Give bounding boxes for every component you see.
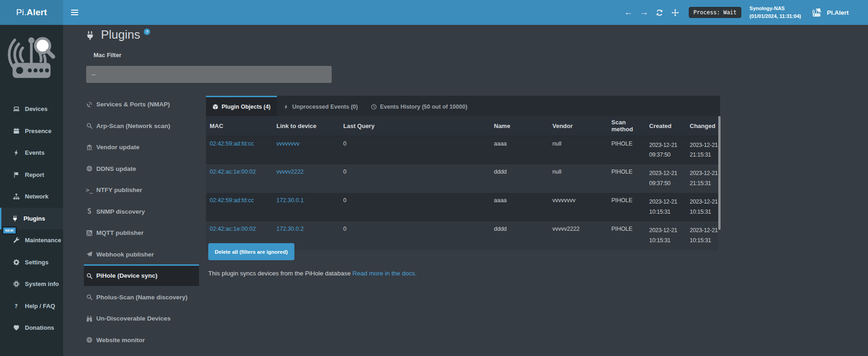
host-name: Synology-NAS [750,5,801,12]
col-header-link: Link to device [273,116,340,136]
pialert-logo-image [5,29,58,88]
mac-link[interactable]: 02:42:ac:1e:00:02 [210,169,256,175]
sidebar-toggle-button[interactable] [64,0,85,25]
plugin-nav-item-ddns[interactable]: DDNS update [84,158,199,179]
plugin-nav-item-vendor-update[interactable]: Vendor update [84,136,199,158]
delete-all-button[interactable]: Delete all (filters are ignored) [208,243,294,260]
plugin-description-text: This plugin syncs devices from the PiHol… [208,270,351,277]
changed-cell: 2023-12-2121:15:31 [686,164,718,193]
mac-link[interactable]: 02:42:59:ad:fd:cc [210,140,254,147]
new-feature-badge: NEW [2,227,17,234]
sidebar-item-system-info[interactable]: System info [0,273,63,295]
plugin-nav-item-mqtt[interactable]: MQTT publisher [84,222,199,243]
plugin-nav-list: Services & Ports (NMAP) Arp-Scan (Networ… [84,93,199,350]
col-header-scan-method: Scan method [608,116,645,136]
tab-plugin-objects[interactable]: Plugin Objects (4) [206,96,277,116]
plugin-nav-item-undiscoverable[interactable]: Un-Discoverable Devices [84,307,199,329]
help-badge[interactable]: ? [144,29,150,35]
plugin-nav-item-website-monitor[interactable]: Website monitor [84,329,199,350]
question-icon: ? [12,302,20,309]
terminal-icon: >_ [86,187,93,194]
clock-icon [371,104,377,110]
sidebar-item-help-faq[interactable]: ? Help / FAQ [0,295,63,317]
sidebar-item-devices[interactable]: Devices [0,98,63,120]
tab-label: Unprocessed Events (0) [292,104,358,110]
mac-link[interactable]: 02:42:59:ad:fd:cc [210,197,254,204]
device-link[interactable]: vvvvv2222 [276,169,304,175]
tab-events-history[interactable]: Events History (50 out of 10000) [364,96,474,116]
plugin-nav-label: PiHole (Device sync) [96,272,158,279]
table-scrollbar[interactable] [718,116,721,230]
sidebar: Devices Presence Events Report Network P… [0,25,63,356]
device-link[interactable]: vvvvvvvv [276,140,299,147]
sidebar-item-report[interactable]: Report [0,164,63,186]
plugin-nav-item-pihole[interactable]: PiHole (Device sync) [84,264,199,286]
brand-prefix: Pi. [16,7,27,18]
top-navbar: Pi.Alert ← → Process: Wait Synology-NAS … [0,0,868,25]
plugin-nav-label: Webhook publisher [96,251,154,258]
sidebar-item-network[interactable]: Network [0,186,63,208]
binoculars-icon [86,315,93,322]
page-title-text: Plugins [101,28,140,42]
refresh-icon[interactable] [652,0,668,25]
plugin-nav-item-snmp[interactable]: S SNMP discovery [84,200,199,222]
col-header-changed: Changed [686,116,718,136]
sidebar-item-donations[interactable]: Donations [0,317,63,339]
laptop-icon [12,105,20,113]
col-header-vendor: Vendor [549,116,608,136]
col-header-name: Name [490,116,549,136]
sidebar-item-label: Maintenance [25,237,61,244]
plugin-nav-item-arpscan[interactable]: Arp-Scan (Network scan) [84,115,199,136]
mac-filter-input[interactable] [86,66,332,83]
plugin-nav-label: Arp-Scan (Network scan) [96,123,170,129]
read-more-link[interactable]: Read more in the docs. [352,270,417,277]
back-arrow-icon[interactable]: ← [621,0,636,25]
tab-label: Events History (50 out of 10000) [380,104,468,110]
plugin-nav-label: NTFY publisher [96,187,142,193]
table-row: 02:42:59:ad:fd:cc 172.30.0.1 0 aaaa vvvv… [206,193,718,222]
scan-method-cell: PIHOLE [608,164,645,193]
changed-cell: 2023-12-2110:15:31 [686,193,718,222]
bolt-icon [283,104,289,110]
plugin-nav-item-pholus[interactable]: Pholus-Scan (Name discovery) [84,286,199,308]
sidebar-item-events[interactable]: Events [0,142,63,164]
wrench-icon [12,237,20,244]
plugin-description: This plugin syncs devices from the PiHol… [208,270,417,277]
sidebar-menu: Devices Presence Events Report Network P… [0,98,63,339]
col-header-mac: MAC [206,116,273,136]
created-cell: 2023-12-2109:37:50 [645,164,686,193]
plugin-nav-item-ntfy[interactable]: >_ NTFY publisher [84,179,199,200]
table-header-row: MAC Link to device Last Query Name Vendo… [206,116,718,136]
vendor-cell: vvvvv2222 [549,222,608,250]
name-cell: dddd [490,164,549,193]
plugin-nav-item-webhook[interactable]: Webhook publisher [84,243,199,265]
process-status-badge: Process: Wait [689,7,741,18]
device-link[interactable]: 172.30.0.1 [276,197,304,204]
brand-bold: Alert [27,7,47,18]
changed-cell: 2023-12-2121:15:31 [686,136,718,164]
move-icon[interactable] [668,0,683,25]
mac-link[interactable]: 02:42:ac:1e:00:02 [210,226,256,232]
plugin-nav-item-nmap[interactable]: Services & Ports (NMAP) [84,93,199,115]
plug-icon [11,215,18,222]
page-title: Plugins ? [85,28,150,42]
brand-right-label: Pi.Alert [827,9,849,16]
sidebar-item-label: Network [25,193,48,200]
forward-arrow-icon[interactable]: → [636,0,652,25]
name-cell: aaaa [490,193,549,222]
device-link[interactable]: 172.30.0.2 [276,226,304,232]
plugin-objects-table: MAC Link to device Last Query Name Vendo… [206,116,718,250]
plugin-nav-label: Website monitor [96,337,145,344]
tab-unprocessed-events[interactable]: Unprocessed Events (0) [277,96,364,116]
name-cell: aaaa [490,136,549,164]
heart-icon [12,324,20,332]
vendor-cell: null [549,136,608,164]
plugin-nav-label: Un-Discoverable Devices [96,315,170,322]
sidebar-item-settings[interactable]: Settings [0,251,63,274]
sidebar-item-presence[interactable]: Presence [0,120,63,142]
host-time: (01/01/2024, 11:31:04) [750,12,801,20]
plugin-nav-label: Vendor update [96,144,140,151]
changed-cell: 2023-12-2110:15:31 [686,222,718,250]
sidebar-item-plugins[interactable]: Plugins [0,208,63,230]
brand-logo[interactable]: Pi.Alert [0,0,63,25]
